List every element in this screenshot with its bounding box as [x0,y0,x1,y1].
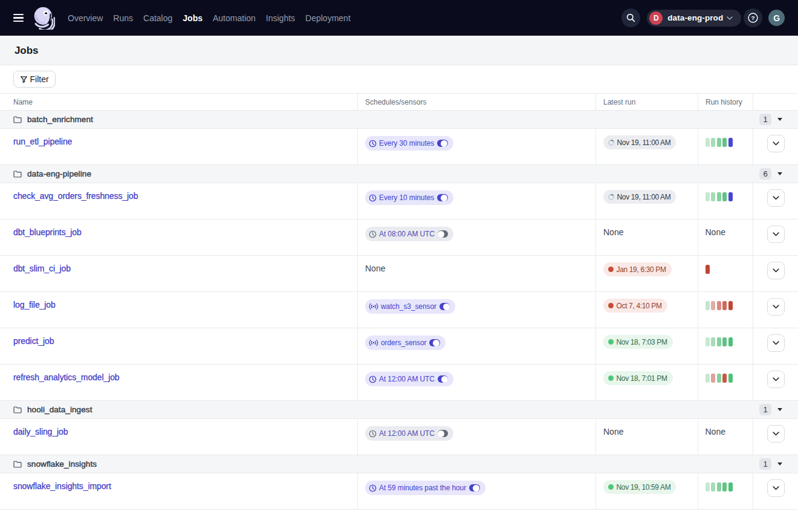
svg-text:?: ? [751,15,755,21]
